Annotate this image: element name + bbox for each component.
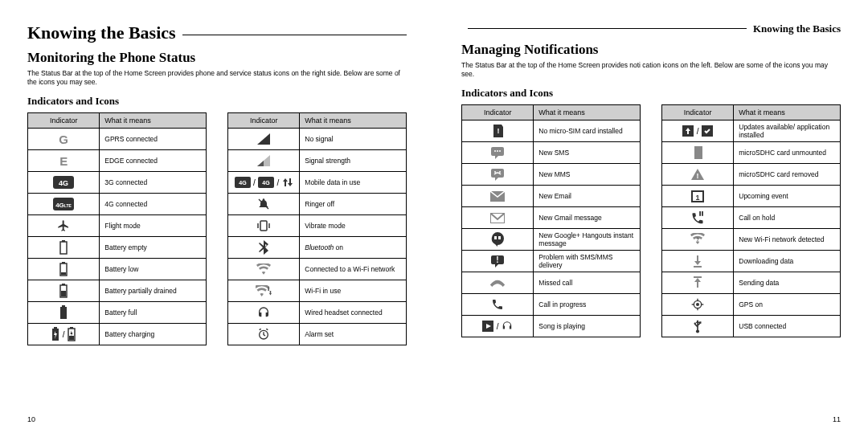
cell-text: Mobile data in use (300, 172, 407, 194)
alarm-icon (257, 328, 270, 341)
cell-text: No micro-SIM card installed (534, 121, 641, 142)
cell-text: Vibrate mode (300, 215, 407, 237)
svg-rect-62 (699, 321, 701, 323)
wifi-connected-icon (256, 263, 271, 275)
cell-text: Downloading data (734, 251, 841, 272)
header-row-left: Knowing the Basics (27, 22, 407, 43)
no-sim-icon: ! (492, 125, 503, 137)
app-installed-icon (702, 125, 713, 137)
th-meaning: What it means (300, 113, 407, 129)
ringer-off-icon (257, 198, 270, 210)
cell-text: Flight mode (100, 215, 207, 237)
intro-left: The Status Bar at the top of the Home Sc… (27, 69, 407, 87)
cell-text: Sending data (734, 272, 841, 294)
tables-row-right: Indicator What it means !No micro-SIM ca… (461, 104, 841, 337)
svg-rect-52 (694, 276, 702, 278)
slash-text: / (697, 127, 699, 136)
svg-rect-11 (61, 291, 66, 296)
mobile-data-arrows-icon (282, 177, 293, 188)
hangouts-icon (491, 232, 504, 247)
svg-text:!: ! (497, 127, 500, 135)
svg-rect-24 (260, 221, 267, 231)
sd-removed-icon: ! (690, 168, 705, 181)
cell-text: EDGE connected (100, 150, 207, 172)
cell-text: Connected to a Wi-Fi network (300, 259, 407, 280)
tables-row-left: Indicator What it means GGPRS connected … (27, 112, 407, 345)
cell-text: Battery empty (100, 237, 207, 259)
upload-icon (692, 276, 703, 289)
section-title-right: Managing Notifications (461, 42, 841, 58)
cell-text: USB connected (734, 316, 841, 337)
cell-text: Missed call (534, 272, 641, 294)
page-number-left: 10 (27, 415, 35, 423)
airplane-icon (57, 219, 70, 232)
svg-text:!: ! (697, 172, 699, 180)
th-meaning: What it means (534, 105, 641, 121)
cell-text: GPS on (734, 294, 841, 316)
subtitle-right: Indicators and Icons (461, 87, 841, 100)
signal-icon (257, 155, 270, 166)
page-left: Knowing the Basics Monitoring the Phone … (0, 0, 434, 433)
svg-rect-39 (498, 236, 501, 239)
cell-text: microSDHC card unmounted (734, 142, 841, 164)
svg-point-31 (497, 150, 498, 152)
cell-text: GPRS connected (100, 129, 207, 150)
cell-text: New Wi-Fi network detected (734, 229, 841, 251)
svg-text:4GLTE: 4GLTE (55, 202, 72, 209)
call-hold-icon (690, 211, 705, 224)
svg-rect-38 (494, 236, 497, 239)
svg-rect-18 (69, 336, 74, 340)
th-indicator: Indicator (228, 113, 300, 129)
slash-text: / (497, 322, 499, 331)
svg-rect-49 (702, 211, 703, 216)
cell-text: New MMS (534, 164, 641, 186)
chapter-title-right: Knowing the Basics (753, 22, 841, 35)
section-title-left: Monitoring the Phone Status (27, 50, 407, 66)
th-indicator: Indicator (662, 105, 734, 121)
header-rule-right (468, 28, 747, 29)
calendar-icon: 1 (691, 190, 704, 202)
svg-text:4G: 4G (59, 179, 68, 187)
th-indicator: Indicator (462, 105, 534, 121)
sd-unmount-icon (693, 146, 702, 159)
cell-text: Battery low (100, 259, 207, 280)
cell-text: New Google+ Hangouts instant message (534, 229, 641, 251)
battery-low-icon (59, 262, 68, 276)
cell-text: Ringer off (300, 194, 407, 215)
gmail-icon (490, 213, 505, 223)
th-meaning: What it means (100, 113, 207, 129)
svg-rect-51 (694, 266, 702, 268)
th-indicator: Indicator (28, 113, 100, 129)
wifi-inuse-icon (256, 285, 272, 296)
sms-icon (490, 146, 505, 159)
cell-text: 3G connected (100, 172, 207, 194)
call-icon (491, 298, 504, 311)
cell-text: Wi-Fi in use (300, 280, 407, 302)
page-right: Knowing the Basics Managing Notification… (434, 0, 868, 433)
svg-text:?: ? (696, 237, 699, 242)
edge-icon: E (59, 154, 68, 168)
slash-text: / (277, 178, 280, 187)
music-play-icon (482, 321, 493, 332)
svg-point-35 (499, 171, 501, 173)
updates-available-icon (682, 125, 694, 137)
missed-call-icon (489, 278, 506, 288)
chapter-title-left: Knowing the Basics (27, 22, 176, 43)
svg-rect-48 (699, 211, 701, 216)
headset-icon (257, 306, 270, 319)
no-signal-icon (257, 133, 270, 145)
email-icon (490, 191, 505, 202)
wifi-new-icon: ? (690, 233, 705, 246)
cell-text: Alarm set (300, 324, 407, 345)
cell-text: microSDHC card removed (734, 164, 841, 186)
status-table-b: Indicator What it means No signal Signal… (227, 112, 407, 345)
notif-table-a: Indicator What it means !No micro-SIM ca… (461, 104, 641, 337)
slash-text: / (253, 178, 256, 187)
mobile-data-icon-3g: 4G (235, 177, 251, 188)
cell-text: No signal (300, 129, 407, 150)
status-table-a: Indicator What it means GGPRS connected … (27, 112, 207, 345)
svg-text:!: ! (496, 255, 498, 264)
cell-text: Song is playing (534, 316, 641, 337)
cell-text: Battery partially drained (100, 280, 207, 302)
notif-table-b: Indicator What it means / Updates availa… (661, 104, 841, 337)
